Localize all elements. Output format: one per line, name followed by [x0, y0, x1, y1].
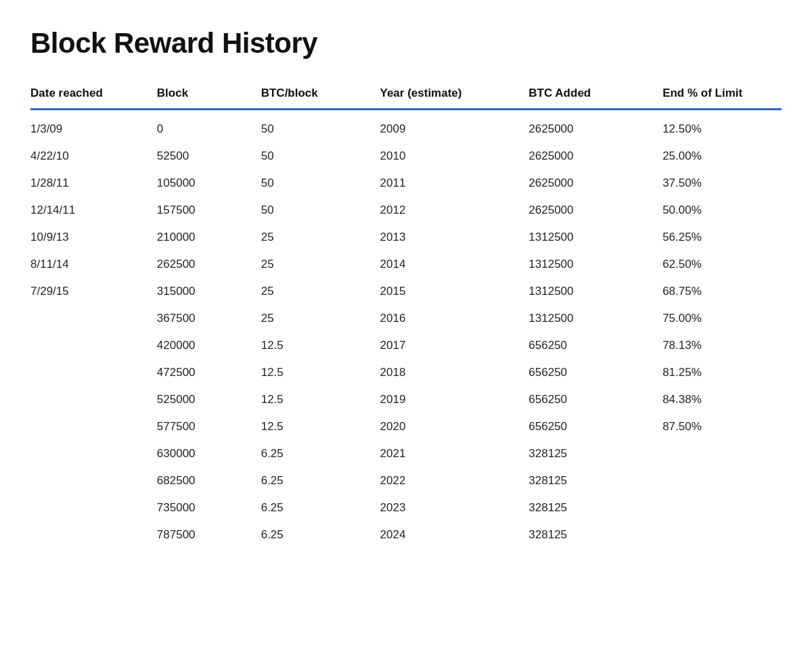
- table-row: 12/14/11157500502012262500050.00%: [30, 197, 782, 224]
- table-row: 1/3/090502009262500012.50%: [30, 110, 782, 143]
- cell-date: [30, 305, 157, 332]
- cell-block: 157500: [157, 197, 261, 224]
- block-reward-table: Date reached Block BTC/block Year (estim…: [30, 87, 782, 548]
- cell-date: [30, 332, 157, 359]
- col-header-year: Year (estimate): [380, 87, 529, 110]
- table-row: 4/22/1052500502010262500025.00%: [30, 143, 782, 170]
- cell-btc_added: 2625000: [528, 170, 662, 197]
- table-row: 6300006.252021328125: [30, 440, 782, 467]
- cell-btc_added: 328125: [528, 467, 662, 494]
- cell-btc_added: 1312500: [528, 305, 662, 332]
- cell-end_pct: [662, 521, 782, 548]
- cell-btc_per_block: 12.5: [261, 359, 380, 386]
- cell-year: 2015: [380, 278, 529, 305]
- cell-btc_added: 656250: [528, 413, 662, 440]
- cell-btc_added: 656250: [528, 386, 662, 413]
- cell-btc_per_block: 6.25: [261, 494, 380, 521]
- cell-date: [30, 359, 157, 386]
- cell-year: 2010: [380, 143, 529, 170]
- col-header-block: Block: [157, 87, 261, 110]
- cell-year: 2013: [380, 224, 529, 251]
- cell-btc_per_block: 6.25: [261, 467, 380, 494]
- cell-btc_added: 656250: [528, 332, 662, 359]
- cell-btc_per_block: 50: [261, 110, 380, 143]
- cell-date: [30, 386, 157, 413]
- cell-btc_added: 328125: [528, 494, 662, 521]
- cell-end_pct: 84.38%: [662, 386, 782, 413]
- cell-end_pct: 81.25%: [662, 359, 782, 386]
- cell-btc_per_block: 25: [261, 224, 380, 251]
- cell-block: 472500: [157, 359, 261, 386]
- cell-btc_added: 1312500: [528, 278, 662, 305]
- table-row: 57750012.5202065625087.50%: [30, 413, 782, 440]
- cell-block: 315000: [157, 278, 261, 305]
- cell-btc_per_block: 12.5: [261, 413, 380, 440]
- cell-year: 2019: [380, 386, 529, 413]
- cell-block: 52500: [157, 143, 261, 170]
- cell-end_pct: 87.50%: [662, 413, 782, 440]
- cell-block: 735000: [157, 494, 261, 521]
- cell-btc_per_block: 12.5: [261, 332, 380, 359]
- cell-btc_per_block: 50: [261, 170, 380, 197]
- cell-block: 682500: [157, 467, 261, 494]
- table-row: 7/29/15315000252015131250068.75%: [30, 278, 782, 305]
- cell-btc_per_block: 50: [261, 143, 380, 170]
- cell-end_pct: [662, 467, 782, 494]
- cell-btc_per_block: 25: [261, 278, 380, 305]
- cell-end_pct: [662, 494, 782, 521]
- cell-btc_added: 328125: [528, 440, 662, 467]
- cell-year: 2014: [380, 251, 529, 278]
- cell-btc_added: 1312500: [528, 224, 662, 251]
- cell-end_pct: 78.13%: [662, 332, 782, 359]
- cell-btc_per_block: 25: [261, 305, 380, 332]
- cell-end_pct: [662, 440, 782, 467]
- table-row: 42000012.5201765625078.13%: [30, 332, 782, 359]
- cell-btc_added: 656250: [528, 359, 662, 386]
- cell-btc_per_block: 12.5: [261, 386, 380, 413]
- col-header-btc-added: BTC Added: [528, 87, 662, 110]
- cell-btc_added: 2625000: [528, 143, 662, 170]
- col-header-date: Date reached: [30, 87, 157, 110]
- cell-year: 2009: [380, 110, 529, 143]
- cell-date: 1/3/09: [30, 110, 157, 143]
- cell-end_pct: 56.25%: [662, 224, 782, 251]
- table-row: 1/28/11105000502011262500037.50%: [30, 170, 782, 197]
- cell-year: 2017: [380, 332, 529, 359]
- cell-year: 2020: [380, 413, 529, 440]
- cell-year: 2023: [380, 494, 529, 521]
- cell-date: 7/29/15: [30, 278, 157, 305]
- col-header-end-pct: End % of Limit: [662, 87, 782, 110]
- cell-block: 105000: [157, 170, 261, 197]
- cell-btc_added: 328125: [528, 521, 662, 548]
- cell-block: 630000: [157, 440, 261, 467]
- cell-end_pct: 37.50%: [662, 170, 782, 197]
- cell-year: 2018: [380, 359, 529, 386]
- cell-end_pct: 62.50%: [662, 251, 782, 278]
- cell-end_pct: 75.00%: [662, 305, 782, 332]
- table-row: 6825006.252022328125: [30, 467, 782, 494]
- table-row: 10/9/13210000252013131250056.25%: [30, 224, 782, 251]
- cell-date: 12/14/11: [30, 197, 157, 224]
- cell-date: 1/28/11: [30, 170, 157, 197]
- table-row: 367500252016131250075.00%: [30, 305, 782, 332]
- cell-date: [30, 521, 157, 548]
- table-row: 7350006.252023328125: [30, 494, 782, 521]
- cell-date: 10/9/13: [30, 224, 157, 251]
- cell-year: 2011: [380, 170, 529, 197]
- cell-btc_added: 2625000: [528, 110, 662, 143]
- cell-block: 577500: [157, 413, 261, 440]
- cell-year: 2016: [380, 305, 529, 332]
- table-row: 7875006.252024328125: [30, 521, 782, 548]
- cell-end_pct: 50.00%: [662, 197, 782, 224]
- cell-year: 2012: [380, 197, 529, 224]
- cell-block: 367500: [157, 305, 261, 332]
- table-row: 8/11/14262500252014131250062.50%: [30, 251, 782, 278]
- page-title: Block Reward History: [30, 27, 782, 60]
- cell-block: 525000: [157, 386, 261, 413]
- cell-block: 787500: [157, 521, 261, 548]
- cell-end_pct: 25.00%: [662, 143, 782, 170]
- cell-btc_added: 2625000: [528, 197, 662, 224]
- cell-date: [30, 413, 157, 440]
- table-row: 52500012.5201965625084.38%: [30, 386, 782, 413]
- cell-date: [30, 494, 157, 521]
